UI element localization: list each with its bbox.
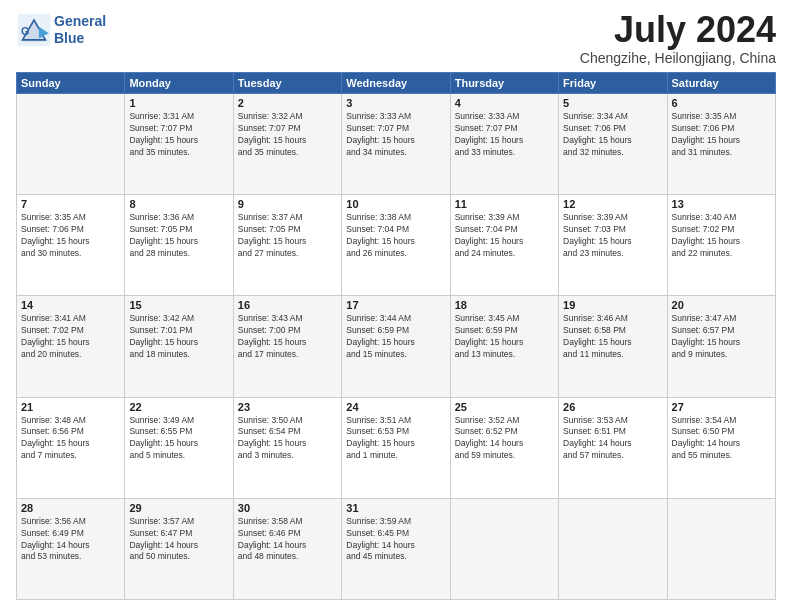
day-number: 26 [563, 401, 662, 413]
col-sunday: Sunday [17, 73, 125, 94]
day-info: Sunrise: 3:35 AM Sunset: 7:06 PM Dayligh… [21, 212, 120, 260]
day-number: 10 [346, 198, 445, 210]
svg-text:G: G [21, 25, 29, 37]
day-number: 8 [129, 198, 228, 210]
table-row: 4Sunrise: 3:33 AM Sunset: 7:07 PM Daylig… [450, 94, 558, 195]
table-row [667, 498, 775, 599]
day-info: Sunrise: 3:36 AM Sunset: 7:05 PM Dayligh… [129, 212, 228, 260]
day-info: Sunrise: 3:40 AM Sunset: 7:02 PM Dayligh… [672, 212, 771, 260]
day-number: 5 [563, 97, 662, 109]
day-number: 7 [21, 198, 120, 210]
table-row: 29Sunrise: 3:57 AM Sunset: 6:47 PM Dayli… [125, 498, 233, 599]
col-thursday: Thursday [450, 73, 558, 94]
table-row: 1Sunrise: 3:31 AM Sunset: 7:07 PM Daylig… [125, 94, 233, 195]
table-row: 14Sunrise: 3:41 AM Sunset: 7:02 PM Dayli… [17, 296, 125, 397]
day-info: Sunrise: 3:45 AM Sunset: 6:59 PM Dayligh… [455, 313, 554, 361]
day-info: Sunrise: 3:39 AM Sunset: 7:04 PM Dayligh… [455, 212, 554, 260]
page: G General Blue July 2024 Chengzihe, Heil… [0, 0, 792, 612]
table-row: 13Sunrise: 3:40 AM Sunset: 7:02 PM Dayli… [667, 195, 775, 296]
day-info: Sunrise: 3:56 AM Sunset: 6:49 PM Dayligh… [21, 516, 120, 564]
day-number: 4 [455, 97, 554, 109]
table-row: 8Sunrise: 3:36 AM Sunset: 7:05 PM Daylig… [125, 195, 233, 296]
day-number: 18 [455, 299, 554, 311]
table-row: 28Sunrise: 3:56 AM Sunset: 6:49 PM Dayli… [17, 498, 125, 599]
day-number: 15 [129, 299, 228, 311]
calendar-header-row: Sunday Monday Tuesday Wednesday Thursday… [17, 73, 776, 94]
col-monday: Monday [125, 73, 233, 94]
day-number: 11 [455, 198, 554, 210]
logo-icon: G [16, 12, 52, 48]
table-row: 31Sunrise: 3:59 AM Sunset: 6:45 PM Dayli… [342, 498, 450, 599]
day-number: 2 [238, 97, 337, 109]
day-number: 23 [238, 401, 337, 413]
day-number: 6 [672, 97, 771, 109]
table-row: 17Sunrise: 3:44 AM Sunset: 6:59 PM Dayli… [342, 296, 450, 397]
table-row: 26Sunrise: 3:53 AM Sunset: 6:51 PM Dayli… [559, 397, 667, 498]
table-row: 2Sunrise: 3:32 AM Sunset: 7:07 PM Daylig… [233, 94, 341, 195]
day-info: Sunrise: 3:46 AM Sunset: 6:58 PM Dayligh… [563, 313, 662, 361]
day-info: Sunrise: 3:57 AM Sunset: 6:47 PM Dayligh… [129, 516, 228, 564]
day-number: 13 [672, 198, 771, 210]
calendar-week-row: 14Sunrise: 3:41 AM Sunset: 7:02 PM Dayli… [17, 296, 776, 397]
day-info: Sunrise: 3:59 AM Sunset: 6:45 PM Dayligh… [346, 516, 445, 564]
day-number: 17 [346, 299, 445, 311]
table-row: 18Sunrise: 3:45 AM Sunset: 6:59 PM Dayli… [450, 296, 558, 397]
table-row: 24Sunrise: 3:51 AM Sunset: 6:53 PM Dayli… [342, 397, 450, 498]
day-info: Sunrise: 3:35 AM Sunset: 7:06 PM Dayligh… [672, 111, 771, 159]
day-info: Sunrise: 3:33 AM Sunset: 7:07 PM Dayligh… [346, 111, 445, 159]
calendar-week-row: 1Sunrise: 3:31 AM Sunset: 7:07 PM Daylig… [17, 94, 776, 195]
day-info: Sunrise: 3:42 AM Sunset: 7:01 PM Dayligh… [129, 313, 228, 361]
table-row: 3Sunrise: 3:33 AM Sunset: 7:07 PM Daylig… [342, 94, 450, 195]
table-row: 25Sunrise: 3:52 AM Sunset: 6:52 PM Dayli… [450, 397, 558, 498]
day-number: 29 [129, 502, 228, 514]
day-info: Sunrise: 3:54 AM Sunset: 6:50 PM Dayligh… [672, 415, 771, 463]
table-row: 11Sunrise: 3:39 AM Sunset: 7:04 PM Dayli… [450, 195, 558, 296]
day-info: Sunrise: 3:33 AM Sunset: 7:07 PM Dayligh… [455, 111, 554, 159]
day-number: 21 [21, 401, 120, 413]
day-info: Sunrise: 3:43 AM Sunset: 7:00 PM Dayligh… [238, 313, 337, 361]
month-title: July 2024 [580, 12, 776, 48]
day-info: Sunrise: 3:38 AM Sunset: 7:04 PM Dayligh… [346, 212, 445, 260]
table-row: 22Sunrise: 3:49 AM Sunset: 6:55 PM Dayli… [125, 397, 233, 498]
day-info: Sunrise: 3:47 AM Sunset: 6:57 PM Dayligh… [672, 313, 771, 361]
table-row [17, 94, 125, 195]
table-row [559, 498, 667, 599]
day-info: Sunrise: 3:48 AM Sunset: 6:56 PM Dayligh… [21, 415, 120, 463]
day-info: Sunrise: 3:49 AM Sunset: 6:55 PM Dayligh… [129, 415, 228, 463]
table-row: 15Sunrise: 3:42 AM Sunset: 7:01 PM Dayli… [125, 296, 233, 397]
day-number: 24 [346, 401, 445, 413]
table-row: 30Sunrise: 3:58 AM Sunset: 6:46 PM Dayli… [233, 498, 341, 599]
calendar-week-row: 21Sunrise: 3:48 AM Sunset: 6:56 PM Dayli… [17, 397, 776, 498]
logo-text: General Blue [54, 13, 106, 47]
col-tuesday: Tuesday [233, 73, 341, 94]
table-row: 23Sunrise: 3:50 AM Sunset: 6:54 PM Dayli… [233, 397, 341, 498]
table-row: 10Sunrise: 3:38 AM Sunset: 7:04 PM Dayli… [342, 195, 450, 296]
day-number: 31 [346, 502, 445, 514]
day-number: 22 [129, 401, 228, 413]
day-number: 14 [21, 299, 120, 311]
day-number: 28 [21, 502, 120, 514]
calendar-week-row: 28Sunrise: 3:56 AM Sunset: 6:49 PM Dayli… [17, 498, 776, 599]
day-info: Sunrise: 3:34 AM Sunset: 7:06 PM Dayligh… [563, 111, 662, 159]
day-number: 1 [129, 97, 228, 109]
day-number: 12 [563, 198, 662, 210]
table-row: 6Sunrise: 3:35 AM Sunset: 7:06 PM Daylig… [667, 94, 775, 195]
day-info: Sunrise: 3:41 AM Sunset: 7:02 PM Dayligh… [21, 313, 120, 361]
day-number: 27 [672, 401, 771, 413]
col-saturday: Saturday [667, 73, 775, 94]
day-number: 3 [346, 97, 445, 109]
day-info: Sunrise: 3:52 AM Sunset: 6:52 PM Dayligh… [455, 415, 554, 463]
day-info: Sunrise: 3:44 AM Sunset: 6:59 PM Dayligh… [346, 313, 445, 361]
day-number: 19 [563, 299, 662, 311]
day-info: Sunrise: 3:58 AM Sunset: 6:46 PM Dayligh… [238, 516, 337, 564]
table-row: 16Sunrise: 3:43 AM Sunset: 7:00 PM Dayli… [233, 296, 341, 397]
day-info: Sunrise: 3:39 AM Sunset: 7:03 PM Dayligh… [563, 212, 662, 260]
table-row: 21Sunrise: 3:48 AM Sunset: 6:56 PM Dayli… [17, 397, 125, 498]
calendar-table: Sunday Monday Tuesday Wednesday Thursday… [16, 72, 776, 600]
day-info: Sunrise: 3:53 AM Sunset: 6:51 PM Dayligh… [563, 415, 662, 463]
day-info: Sunrise: 3:51 AM Sunset: 6:53 PM Dayligh… [346, 415, 445, 463]
day-info: Sunrise: 3:37 AM Sunset: 7:05 PM Dayligh… [238, 212, 337, 260]
day-number: 9 [238, 198, 337, 210]
table-row: 19Sunrise: 3:46 AM Sunset: 6:58 PM Dayli… [559, 296, 667, 397]
table-row: 12Sunrise: 3:39 AM Sunset: 7:03 PM Dayli… [559, 195, 667, 296]
